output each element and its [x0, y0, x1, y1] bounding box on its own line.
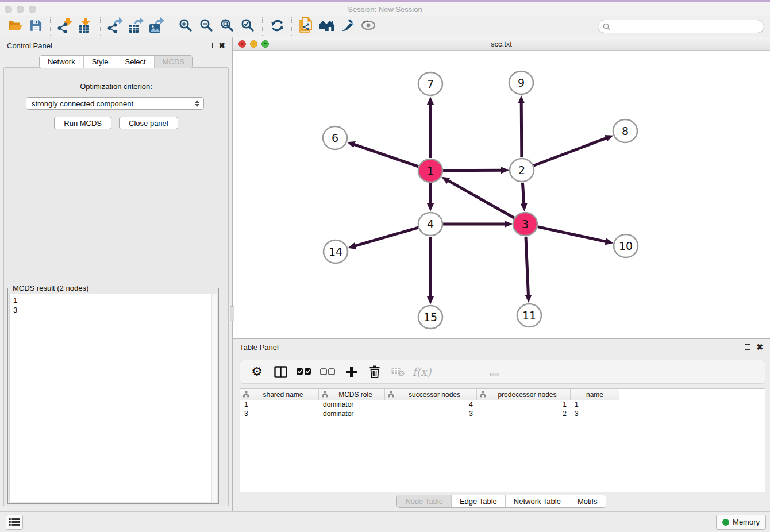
graph-edge-1-6[interactable] [354, 144, 418, 166]
refresh-button[interactable] [267, 17, 287, 36]
canvas-divider-grip[interactable] [490, 373, 499, 376]
graph-edge-2-9[interactable] [521, 103, 522, 157]
task-history-button[interactable] [6, 515, 23, 530]
deselect-all-columns-button[interactable] [320, 364, 335, 379]
table-panel-header: Table Panel ✖ [233, 339, 770, 355]
graph-edge-3-1[interactable] [448, 180, 514, 218]
apply-function-button[interactable]: f(x) [414, 364, 429, 379]
column-header-predecessor-nodes[interactable]: predecessor nodes [477, 389, 571, 400]
home-button[interactable] [317, 17, 337, 36]
cell-successor-nodes[interactable]: 4 [385, 400, 477, 410]
zoom-fit-button[interactable] [217, 17, 237, 36]
svg-text:2: 2 [518, 164, 525, 176]
control-panel-tabs: NetworkStyleSelectMCDS [39, 55, 193, 68]
graph-node-6[interactable]: 6 [323, 126, 347, 149]
column-header-name[interactable]: name [571, 389, 619, 400]
svg-text:7: 7 [427, 78, 434, 90]
open-session-button[interactable] [5, 17, 25, 36]
graph-node-4[interactable]: 4 [418, 213, 442, 236]
cell-predecessor-nodes[interactable]: 2 [477, 410, 571, 419]
save-session-button[interactable] [25, 17, 46, 36]
graph-node-1[interactable]: 1 [418, 159, 442, 182]
graph-edge-2-8[interactable] [534, 138, 607, 165]
zoom-selected-button[interactable] [237, 17, 258, 36]
graph-edge-1-2[interactable] [443, 170, 502, 171]
mcds-result-textarea[interactable]: 1 3 [9, 294, 217, 502]
close-panel-icon[interactable]: ✖ [218, 43, 225, 48]
export-image-button[interactable] [146, 17, 167, 36]
column-header-label: shared name [251, 391, 315, 399]
result-scrollbar[interactable] [211, 294, 217, 502]
column-header-MCDS-role[interactable]: MCDS role [319, 389, 385, 400]
graph-edge-4-14[interactable] [355, 228, 418, 246]
memory-button[interactable]: Memory [716, 515, 766, 530]
network-from-selection-button[interactable] [296, 17, 317, 36]
tab-style[interactable]: Style [84, 56, 117, 68]
select-all-columns-button[interactable] [297, 364, 311, 379]
graph-edge-3-10[interactable] [537, 227, 606, 242]
graph-node-14[interactable]: 14 [324, 240, 348, 263]
graph-node-7[interactable]: 7 [418, 72, 442, 95]
cell-shared-name[interactable]: 1 [240, 400, 319, 410]
graph-edge-3-11[interactable] [526, 237, 528, 295]
cell-shared-name[interactable]: 3 [240, 410, 319, 419]
add-column-button[interactable] [344, 364, 359, 379]
zoom-selected-icon [241, 18, 255, 34]
mcds-panel: Optimization criterion: strongly connect… [3, 67, 229, 506]
close-table-panel-icon[interactable]: ✖ [756, 344, 763, 350]
style-brush-button[interactable] [337, 17, 358, 36]
table-tab-network-table[interactable]: Network Table [506, 495, 569, 507]
graph-node-11[interactable]: 11 [517, 304, 541, 327]
search-input[interactable] [613, 22, 759, 30]
cell-predecessor-nodes[interactable]: 1 [477, 400, 571, 410]
split-columns-icon [274, 366, 287, 378]
cell-MCDS-role[interactable]: dominator [319, 410, 385, 419]
table-tab-edge-table[interactable]: Edge Table [452, 495, 506, 507]
delete-column-button[interactable] [367, 364, 382, 379]
svg-text:3: 3 [522, 218, 529, 230]
column-header-successor-nodes[interactable]: successor nodes [385, 389, 477, 400]
memory-status-icon [722, 519, 729, 526]
float-panel-icon[interactable] [207, 43, 213, 48]
graph-node-15[interactable]: 15 [418, 306, 442, 329]
search-field[interactable] [598, 20, 764, 33]
tab-mcds[interactable]: MCDS [155, 56, 192, 68]
delete-table-button[interactable] [391, 364, 406, 379]
float-table-panel-icon[interactable] [745, 344, 750, 350]
close-panel-button[interactable]: Close panel [119, 117, 178, 129]
export-table-button[interactable] [125, 17, 146, 36]
pane-divider-grip[interactable] [230, 306, 234, 321]
table-settings-button[interactable]: ⚙ [249, 364, 264, 379]
column-header-shared-name[interactable]: shared name [240, 389, 319, 400]
graph-node-8[interactable]: 8 [613, 119, 637, 142]
cell-successor-nodes[interactable]: 3 [385, 410, 477, 419]
graph-edge-2-3[interactable] [522, 183, 523, 204]
hide-graphics-button[interactable] [358, 17, 379, 36]
optimization-criterion-select[interactable]: strongly connected component [26, 97, 204, 110]
export-network-button[interactable] [105, 17, 125, 36]
table-tab-motifs[interactable]: Motifs [569, 495, 606, 507]
table-toolbar: ⚙ f(x) [240, 360, 765, 384]
import-table-button[interactable] [75, 17, 96, 36]
graph-node-3[interactable]: 3 [513, 213, 537, 236]
table-row[interactable]: 3dominator323 [240, 410, 765, 419]
import-network-button[interactable] [55, 17, 75, 36]
cell-name[interactable]: 1 [571, 400, 619, 410]
table-tab-node-table[interactable]: Node Table [397, 495, 452, 507]
graph-node-10[interactable]: 10 [614, 234, 638, 257]
tab-select[interactable]: Select [117, 56, 155, 68]
cell-MCDS-role[interactable]: dominator [319, 400, 385, 410]
split-columns-button[interactable] [273, 364, 288, 379]
table-row[interactable]: 1dominator411 [240, 400, 765, 410]
network-canvas[interactable]: 7968124314101511 [233, 51, 770, 338]
style-brush-icon [340, 18, 355, 34]
import-network-icon [57, 17, 73, 36]
graph-node-9[interactable]: 9 [509, 71, 533, 94]
node-table: shared nameMCDS rolesuccessor nodesprede… [240, 388, 765, 492]
run-mcds-button[interactable]: Run MCDS [54, 117, 111, 129]
zoom-in-button[interactable] [175, 17, 196, 36]
tab-network[interactable]: Network [40, 56, 84, 68]
cell-name[interactable]: 3 [571, 410, 619, 419]
graph-node-2[interactable]: 2 [510, 159, 534, 182]
zoom-out-button[interactable] [196, 17, 217, 36]
